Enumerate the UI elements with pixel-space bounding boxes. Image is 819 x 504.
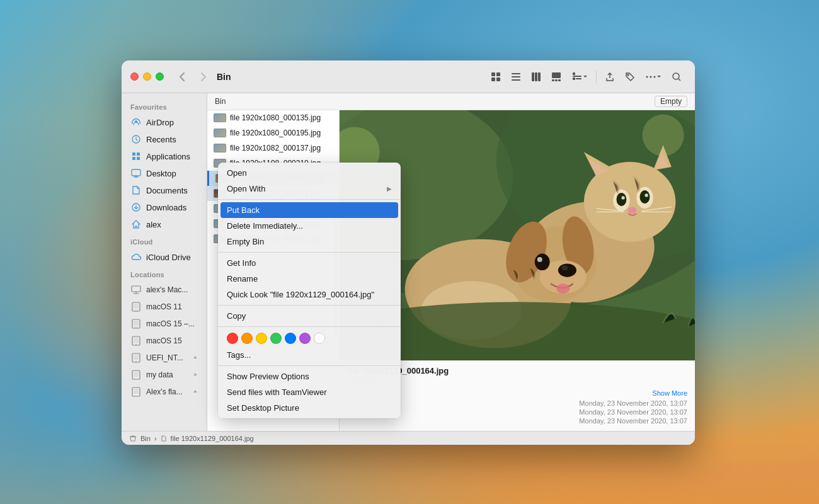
minimize-button[interactable] — [143, 72, 151, 81]
sidebar-item-alexs-mac[interactable]: alex's Mac... — [124, 282, 204, 298]
share-button[interactable] — [600, 67, 619, 86]
sidebar-item-downloads[interactable]: Downloads — [124, 199, 204, 215]
menu-quick-look-label: Quick Look "file 1920x1129_000164.jpg" — [227, 290, 374, 299]
file-thumb — [214, 113, 226, 122]
grid-view-button[interactable] — [486, 67, 505, 86]
menu-item-get-info[interactable]: Get Info — [218, 255, 401, 271]
close-button[interactable] — [130, 72, 139, 81]
icloud-label: iCloud — [122, 233, 207, 248]
menu-open-with-label: Open With — [227, 184, 265, 193]
applications-icon — [130, 151, 142, 162]
color-dot-none[interactable] — [314, 333, 325, 344]
sidebar-item-alexs-flash[interactable]: Alex's fla... — [124, 384, 204, 400]
svg-rect-4 — [512, 73, 520, 74]
menu-put-back-label: Put Back — [227, 205, 260, 215]
sidebar-item-uefi[interactable]: UEFI_NT... — [124, 350, 204, 366]
sidebar-item-documents[interactable]: Documents — [124, 182, 204, 198]
menu-item-delete-immediately[interactable]: Delete Immediately... — [218, 218, 401, 234]
menu-item-empty-bin[interactable]: Empty Bin — [218, 234, 401, 249]
toolbar-icons — [486, 67, 686, 86]
menu-item-set-desktop[interactable]: Set Desktop Picture — [218, 400, 401, 416]
color-dot-green[interactable] — [270, 333, 282, 344]
svg-point-18 — [627, 74, 629, 76]
search-button[interactable] — [667, 67, 686, 86]
svg-point-60 — [621, 196, 624, 199]
menu-item-show-preview[interactable]: Show Preview Options — [218, 369, 401, 384]
menu-item-quick-look[interactable]: Quick Look "file 1920x1129_000164.jpg" — [218, 287, 401, 302]
file-item[interactable]: file 1920x1080_000135.jpg — [207, 110, 339, 125]
menu-item-open[interactable]: Open — [218, 165, 401, 181]
menu-separator-4 — [218, 326, 401, 327]
uefi-label: UEFI_NT... — [146, 353, 183, 362]
sidebar-item-macos15-dash[interactable]: macOS 15 –... — [124, 316, 204, 332]
recents-icon — [130, 134, 142, 145]
documents-icon — [130, 185, 142, 196]
color-dots-row — [218, 329, 401, 347]
traffic-lights — [130, 72, 164, 81]
file-icon-status — [161, 435, 167, 442]
fullscreen-button[interactable] — [156, 72, 164, 81]
drive-icon-3 — [130, 335, 142, 346]
preview-meta-row-3: Monday, 23 November 2020, 13:07 — [347, 417, 687, 425]
groupby-button[interactable] — [567, 67, 592, 86]
svg-rect-14 — [573, 72, 575, 75]
file-name: file 1920x1082_000137.jpg — [230, 144, 321, 152]
sidebar-item-desktop[interactable]: Desktop — [124, 165, 204, 181]
menu-item-send-teamviewer[interactable]: Send files with TeamViewer — [218, 384, 401, 400]
sidebar-item-macos15[interactable]: macOS 15 — [124, 333, 204, 349]
menu-item-put-back[interactable]: Put Back — [220, 202, 398, 218]
color-dot-purple[interactable] — [299, 333, 311, 344]
alexs-flash-label: Alex's fla... — [146, 387, 183, 396]
file-item[interactable]: file 1920x1080_000195.jpg — [207, 125, 339, 140]
menu-tags-label: Tags... — [227, 350, 251, 360]
sidebar-item-airdrop[interactable]: AirDrop — [124, 114, 204, 130]
file-item[interactable]: file 1920x1082_000137.jpg — [207, 140, 339, 156]
color-dot-blue[interactable] — [285, 333, 296, 344]
color-dot-orange[interactable] — [241, 333, 253, 344]
color-dot-yellow[interactable] — [256, 333, 267, 344]
svg-rect-2 — [491, 77, 495, 81]
file-name: file 1920x1080_000135.jpg — [230, 113, 321, 122]
menu-item-rename[interactable]: Rename — [218, 271, 401, 287]
svg-rect-16 — [573, 77, 575, 80]
icloud-icon — [130, 251, 142, 263]
column-view-button[interactable] — [527, 67, 546, 86]
drive-icon-2 — [130, 318, 142, 329]
icloud-drive-label: iCloud Drive — [146, 253, 191, 262]
svg-rect-25 — [137, 152, 140, 156]
menu-set-desktop-label: Set Desktop Picture — [227, 403, 299, 413]
svg-rect-41 — [134, 355, 139, 360]
svg-rect-11 — [552, 79, 554, 81]
recents-label: Recents — [146, 135, 176, 144]
sidebar-item-alex[interactable]: alex — [124, 216, 204, 232]
menu-item-open-with[interactable]: Open With ▶ — [218, 181, 401, 197]
back-button[interactable] — [174, 69, 190, 85]
status-breadcrumb-bin: Bin — [140, 435, 151, 442]
svg-point-36 — [135, 327, 137, 328]
svg-rect-1 — [496, 72, 500, 76]
svg-rect-10 — [552, 72, 561, 78]
mydata-label: my data — [146, 370, 173, 379]
sidebar-item-applications[interactable]: Applications — [124, 148, 204, 164]
more-button[interactable] — [641, 67, 666, 86]
preview-date-2: Monday, 23 November 2020, 13:07 — [579, 408, 687, 416]
menu-item-tags[interactable]: Tags... — [218, 347, 401, 363]
menu-item-copy[interactable]: Copy — [218, 308, 401, 324]
sidebar-item-icloud-drive[interactable]: iCloud Drive — [124, 249, 204, 265]
empty-button[interactable]: Empty — [655, 96, 687, 107]
eject-icon-3 — [193, 389, 198, 394]
svg-rect-3 — [496, 77, 500, 81]
forward-button[interactable] — [195, 69, 212, 85]
documents-label: Documents — [146, 186, 188, 195]
favourites-label: Favourites — [122, 98, 207, 113]
alexs-mac-label: alex's Mac... — [146, 285, 188, 294]
menu-open-label: Open — [227, 168, 247, 178]
sidebar-item-recents[interactable]: Recents — [124, 131, 204, 147]
list-view-button[interactable] — [507, 67, 525, 86]
sidebar-item-macos11[interactable]: macOS 11 — [124, 299, 204, 315]
downloads-icon — [130, 202, 142, 213]
tag-button[interactable] — [621, 67, 639, 86]
gallery-view-button[interactable] — [547, 67, 566, 86]
color-dot-red[interactable] — [227, 333, 238, 344]
sidebar-item-mydata[interactable]: my data — [124, 367, 204, 383]
